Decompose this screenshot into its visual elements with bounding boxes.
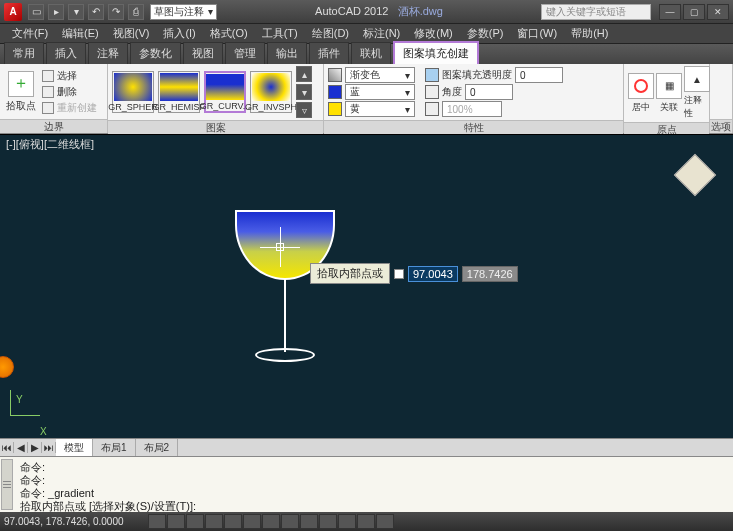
angle-label: 角度 [442, 85, 462, 99]
command-handle[interactable] [1, 459, 13, 510]
workspace-selector[interactable]: 草图与注释 ▾ [150, 4, 217, 20]
panel-boundary-title: 边界 [0, 119, 107, 133]
layout-tab-1[interactable]: 布局1 [93, 439, 136, 457]
panel-options: 选项 [710, 64, 733, 133]
transparency-field[interactable]: 0 [515, 67, 563, 83]
tab-online[interactable]: 联机 [351, 42, 391, 64]
sb-snap[interactable] [148, 514, 166, 529]
menu-help[interactable]: 帮助(H) [565, 24, 614, 43]
remove-button[interactable]: 删除 [42, 85, 97, 99]
qat-undo-icon[interactable]: ↶ [88, 4, 104, 20]
ribbon: ＋ 拾取点 选择 删除 重新创建 边界 GR_SPHER GR_HEMISP G… [0, 64, 733, 134]
drawing-canvas[interactable]: [-][俯视][二维线框] 拾取内部点或 97.0043 178.7426 Y … [0, 134, 733, 438]
sb-3dosnap[interactable] [243, 514, 261, 529]
menu-format[interactable]: 格式(O) [204, 24, 254, 43]
pattern-expand[interactable]: ▿ [296, 102, 312, 118]
associative-button[interactable]: ▦关联 [656, 73, 682, 114]
sb-ortho[interactable] [186, 514, 204, 529]
qat-new-icon[interactable]: ▭ [28, 4, 44, 20]
dynamic-prompt: 拾取内部点或 [310, 263, 390, 284]
menu-draw[interactable]: 绘图(D) [306, 24, 355, 43]
tab-manage[interactable]: 管理 [225, 42, 265, 64]
sb-lwt[interactable] [319, 514, 337, 529]
viewport-label[interactable]: [-][俯视][二维线框] [6, 137, 94, 152]
menu-tools[interactable]: 工具(T) [256, 24, 304, 43]
pattern-scroll-up[interactable]: ▴ [296, 66, 312, 82]
command-line[interactable]: 命令: 命令: 命令: _gradient 拾取内部点或 [选择对象(S)/设置… [0, 456, 733, 512]
menu-insert[interactable]: 插入(I) [157, 24, 201, 43]
menu-file[interactable]: 文件(F) [6, 24, 54, 43]
pattern-gr-curved[interactable]: GR_CURV... [204, 71, 246, 113]
quick-access-toolbar: ▭ ▸ ▾ ↶ ↷ ⎙ [28, 4, 144, 20]
pick-points-button[interactable]: ＋ 拾取点 [4, 71, 38, 113]
angle-field[interactable]: 0 [465, 84, 513, 100]
pattern-gr-hemisp[interactable]: GR_HEMISP [158, 71, 200, 113]
color1-swatch [328, 85, 342, 99]
help-search-input[interactable]: 键入关键字或短语 [541, 4, 651, 20]
select-button[interactable]: 选择 [42, 69, 97, 83]
tab-output[interactable]: 输出 [267, 42, 307, 64]
minimize-button[interactable]: — [659, 4, 681, 20]
sb-grid[interactable] [167, 514, 185, 529]
layout-tab-model[interactable]: 模型 [56, 439, 93, 457]
app-name: AutoCAD 2012 [315, 5, 388, 17]
search-placeholder: 键入关键字或短语 [546, 5, 626, 19]
pattern-scroll-down[interactable]: ▾ [296, 84, 312, 100]
cmd-line-0: 命令: [20, 461, 713, 474]
panel-pattern-title: 图案 [108, 120, 323, 134]
sb-qp[interactable] [357, 514, 375, 529]
viewcube[interactable] [673, 153, 717, 197]
qat-redo-icon[interactable]: ↷ [108, 4, 124, 20]
nav-ball[interactable] [0, 356, 14, 378]
layout-prev[interactable]: ◀ [14, 442, 28, 453]
sb-tpy[interactable] [338, 514, 356, 529]
qat-print-icon[interactable]: ⎙ [128, 4, 144, 20]
dynamic-y-readout: 178.7426 [462, 266, 518, 282]
sb-osnap[interactable] [224, 514, 242, 529]
qat-save-icon[interactable]: ▾ [68, 4, 84, 20]
status-coords[interactable]: 97.0043, 178.7426, 0.0000 [4, 516, 144, 527]
tab-insert[interactable]: 插入 [46, 42, 86, 64]
panel-pattern: GR_SPHER GR_HEMISP GR_CURV... GR_INVSPH … [108, 64, 324, 133]
close-button[interactable]: ✕ [707, 4, 729, 20]
annotative-button[interactable]: ▲注释性 [684, 66, 710, 120]
color1-combo[interactable]: 蓝▾ [345, 84, 415, 100]
panel-origin: 居中 ▦关联 ▲注释性 原点 [624, 64, 710, 133]
sb-dyn[interactable] [300, 514, 318, 529]
hatch-type-combo[interactable]: 渐变色▾ [345, 67, 415, 83]
maximize-button[interactable]: ▢ [683, 4, 705, 20]
app-menu-button[interactable]: A [4, 3, 22, 21]
origin-center-button[interactable]: 居中 [628, 73, 654, 114]
pick-points-label: 拾取点 [6, 99, 36, 113]
tab-view[interactable]: 视图 [183, 42, 223, 64]
sb-polar[interactable] [205, 514, 223, 529]
color2-combo[interactable]: 黄▾ [345, 101, 415, 117]
tab-plugins[interactable]: 插件 [309, 42, 349, 64]
tab-hatch-creation[interactable]: 图案填充创建 [393, 41, 479, 64]
sb-otrack[interactable] [262, 514, 280, 529]
recreate-button[interactable]: 重新创建 [42, 101, 97, 115]
menu-view[interactable]: 视图(V) [107, 24, 156, 43]
menu-edit[interactable]: 编辑(E) [56, 24, 105, 43]
qat-open-icon[interactable]: ▸ [48, 4, 64, 20]
layout-last[interactable]: ⏭ [42, 442, 56, 453]
layout-first[interactable]: ⏮ [0, 442, 14, 453]
sb-ducs[interactable] [281, 514, 299, 529]
tab-parametric[interactable]: 参数化 [130, 42, 181, 64]
layout-next[interactable]: ▶ [28, 442, 42, 453]
tab-home[interactable]: 常用 [4, 42, 44, 64]
pattern-gr-spher[interactable]: GR_SPHER [112, 71, 154, 113]
scale-field[interactable]: 100% [442, 101, 502, 117]
tab-annotate[interactable]: 注释 [88, 42, 128, 64]
window-title: AutoCAD 2012 酒杯.dwg [217, 4, 541, 19]
color2-swatch [328, 102, 342, 116]
ribbon-tabs: 常用 插入 注释 参数化 视图 管理 输出 插件 联机 图案填充创建 [0, 44, 733, 64]
layout-tab-2[interactable]: 布局2 [136, 439, 179, 457]
menu-window[interactable]: 窗口(W) [511, 24, 563, 43]
associative-icon: ▦ [656, 73, 682, 99]
cmd-line-1: 命令: [20, 474, 713, 487]
pattern-gr-invsph[interactable]: GR_INVSPH [250, 71, 292, 113]
annotative-icon: ▲ [684, 66, 710, 92]
sb-sc[interactable] [376, 514, 394, 529]
dynamic-x-input[interactable]: 97.0043 [408, 266, 458, 282]
